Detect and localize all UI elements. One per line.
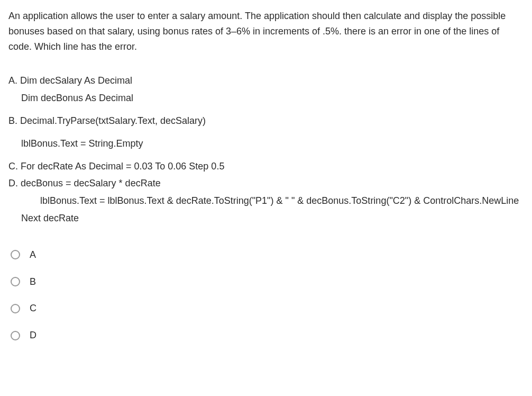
answer-options: A B C D [8,247,524,343]
code-block: A. Dim decSalary As Decimal Dim decBonus… [8,73,524,226]
answer-option-d[interactable]: D [8,328,524,343]
radio-icon [11,331,20,340]
radio-icon [11,250,20,259]
answer-label-a: A [30,247,36,263]
radio-icon [11,304,20,313]
code-line-b2: lblBonus.Text = String.Empty [8,136,524,151]
code-line-b1: B. Decimal.TryParse(txtSalary.Text, decS… [8,113,524,129]
answer-option-a[interactable]: A [8,247,524,263]
code-line-d1: D. decBonus = decSalary * decRate [8,176,524,191]
code-line-d3: Next decRate [8,211,524,226]
answer-label-d: D [30,328,36,343]
code-line-a1: A. Dim decSalary As Decimal [8,73,524,88]
question-text: An application allows the user to enter … [8,8,524,54]
code-line-d2: lblBonus.Text = lblBonus.Text & decRate.… [8,193,524,209]
answer-label-c: C [30,301,36,316]
code-line-a2: Dim decBonus As Decimal [8,91,524,106]
code-line-c1: C. For decRate As Decimal = 0.03 To 0.06… [8,159,524,174]
answer-option-c[interactable]: C [8,301,524,316]
radio-icon [11,277,20,286]
answer-option-b[interactable]: B [8,274,524,290]
answer-label-b: B [30,274,36,290]
